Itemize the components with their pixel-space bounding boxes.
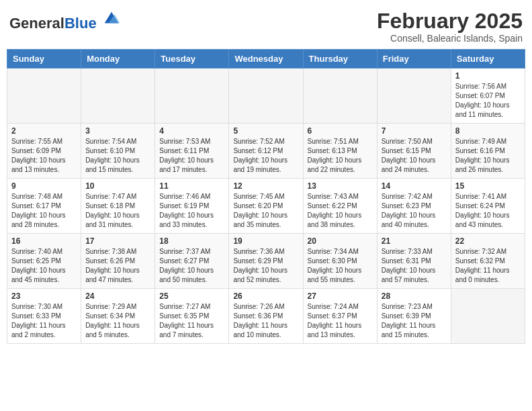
day-number: 4	[159, 126, 224, 136]
day-info: Sunrise: 7:43 AM Sunset: 6:22 PM Dayligh…	[308, 192, 373, 230]
day-info: Sunrise: 7:38 AM Sunset: 6:26 PM Dayligh…	[85, 247, 150, 285]
day-number: 26	[233, 291, 298, 301]
logo: GeneralBlue	[9, 9, 121, 32]
day-number: 28	[382, 291, 447, 301]
day-number: 25	[159, 291, 224, 301]
calendar-cell	[155, 68, 229, 124]
day-header-friday: Friday	[377, 50, 451, 68]
calendar-cell	[377, 68, 451, 124]
day-header-tuesday: Tuesday	[155, 50, 229, 68]
day-info: Sunrise: 7:47 AM Sunset: 6:18 PM Dayligh…	[85, 192, 150, 230]
day-info: Sunrise: 7:27 AM Sunset: 6:35 PM Dayligh…	[159, 302, 224, 340]
calendar-cell: 24Sunrise: 7:29 AM Sunset: 6:34 PM Dayli…	[81, 289, 155, 344]
day-info: Sunrise: 7:37 AM Sunset: 6:27 PM Dayligh…	[159, 247, 224, 285]
calendar-cell: 18Sunrise: 7:37 AM Sunset: 6:27 PM Dayli…	[155, 234, 229, 289]
day-number: 17	[85, 236, 150, 246]
day-number: 18	[159, 236, 224, 246]
calendar-cell	[303, 68, 377, 124]
day-number: 14	[382, 181, 447, 191]
day-info: Sunrise: 7:33 AM Sunset: 6:31 PM Dayligh…	[382, 247, 447, 285]
day-number: 5	[233, 126, 298, 136]
calendar-cell: 9Sunrise: 7:48 AM Sunset: 6:17 PM Daylig…	[7, 179, 81, 234]
week-row-4: 16Sunrise: 7:40 AM Sunset: 6:25 PM Dayli…	[7, 234, 525, 289]
day-info: Sunrise: 7:24 AM Sunset: 6:37 PM Dayligh…	[308, 302, 373, 340]
day-number: 13	[308, 181, 373, 191]
logo-general-text: General	[9, 15, 64, 32]
calendar-cell: 8Sunrise: 7:49 AM Sunset: 6:16 PM Daylig…	[451, 124, 525, 179]
calendar-cell: 17Sunrise: 7:38 AM Sunset: 6:26 PM Dayli…	[81, 234, 155, 289]
logo-icon	[102, 9, 121, 28]
calendar-cell	[229, 68, 303, 124]
calendar-cell: 11Sunrise: 7:46 AM Sunset: 6:19 PM Dayli…	[155, 179, 229, 234]
day-number: 1	[455, 71, 521, 81]
day-info: Sunrise: 7:41 AM Sunset: 6:24 PM Dayligh…	[455, 192, 521, 230]
day-header-thursday: Thursday	[303, 50, 377, 68]
calendar-header-row: SundayMondayTuesdayWednesdayThursdayFrid…	[7, 50, 525, 68]
day-number: 9	[11, 181, 77, 191]
calendar-cell: 4Sunrise: 7:53 AM Sunset: 6:11 PM Daylig…	[155, 124, 229, 179]
day-info: Sunrise: 7:34 AM Sunset: 6:30 PM Dayligh…	[308, 247, 373, 285]
calendar-cell: 28Sunrise: 7:23 AM Sunset: 6:39 PM Dayli…	[377, 289, 451, 344]
day-number: 12	[233, 181, 298, 191]
day-number: 22	[455, 236, 521, 246]
day-info: Sunrise: 7:46 AM Sunset: 6:19 PM Dayligh…	[159, 192, 224, 230]
day-info: Sunrise: 7:45 AM Sunset: 6:20 PM Dayligh…	[233, 192, 298, 230]
day-header-wednesday: Wednesday	[229, 50, 303, 68]
day-number: 20	[308, 236, 373, 246]
calendar-cell: 10Sunrise: 7:47 AM Sunset: 6:18 PM Dayli…	[81, 179, 155, 234]
calendar-cell: 23Sunrise: 7:30 AM Sunset: 6:33 PM Dayli…	[7, 289, 81, 344]
calendar-cell: 14Sunrise: 7:42 AM Sunset: 6:23 PM Dayli…	[377, 179, 451, 234]
day-info: Sunrise: 7:53 AM Sunset: 6:11 PM Dayligh…	[159, 137, 224, 175]
day-number: 23	[11, 291, 77, 301]
day-number: 16	[11, 236, 77, 246]
day-number: 21	[382, 236, 447, 246]
calendar-cell: 21Sunrise: 7:33 AM Sunset: 6:31 PM Dayli…	[377, 234, 451, 289]
calendar-cell: 27Sunrise: 7:24 AM Sunset: 6:37 PM Dayli…	[303, 289, 377, 344]
calendar-cell: 12Sunrise: 7:45 AM Sunset: 6:20 PM Dayli…	[229, 179, 303, 234]
day-info: Sunrise: 7:50 AM Sunset: 6:15 PM Dayligh…	[382, 137, 447, 175]
day-info: Sunrise: 7:36 AM Sunset: 6:29 PM Dayligh…	[233, 247, 298, 285]
day-info: Sunrise: 7:40 AM Sunset: 6:25 PM Dayligh…	[11, 247, 77, 285]
day-info: Sunrise: 7:51 AM Sunset: 6:13 PM Dayligh…	[308, 137, 373, 175]
day-info: Sunrise: 7:26 AM Sunset: 6:36 PM Dayligh…	[233, 302, 298, 340]
week-row-5: 23Sunrise: 7:30 AM Sunset: 6:33 PM Dayli…	[7, 289, 525, 344]
day-number: 7	[382, 126, 447, 136]
day-number: 8	[455, 126, 521, 136]
calendar-cell	[81, 68, 155, 124]
calendar-cell: 16Sunrise: 7:40 AM Sunset: 6:25 PM Dayli…	[7, 234, 81, 289]
day-info: Sunrise: 7:42 AM Sunset: 6:23 PM Dayligh…	[382, 192, 447, 230]
calendar-cell: 2Sunrise: 7:55 AM Sunset: 6:09 PM Daylig…	[7, 124, 81, 179]
calendar-cell: 6Sunrise: 7:51 AM Sunset: 6:13 PM Daylig…	[303, 124, 377, 179]
location: Consell, Balearic Islands, Spain	[377, 33, 523, 44]
day-number: 11	[159, 181, 224, 191]
day-info: Sunrise: 7:32 AM Sunset: 6:32 PM Dayligh…	[455, 247, 521, 285]
day-info: Sunrise: 7:49 AM Sunset: 6:16 PM Dayligh…	[455, 137, 521, 175]
day-header-monday: Monday	[81, 50, 155, 68]
day-number: 15	[455, 181, 521, 191]
calendar-table: SundayMondayTuesdayWednesdayThursdayFrid…	[7, 49, 525, 344]
calendar-cell: 1Sunrise: 7:56 AM Sunset: 6:07 PM Daylig…	[451, 68, 525, 124]
calendar-cell	[451, 289, 525, 344]
calendar-cell: 3Sunrise: 7:54 AM Sunset: 6:10 PM Daylig…	[81, 124, 155, 179]
day-info: Sunrise: 7:48 AM Sunset: 6:17 PM Dayligh…	[11, 192, 77, 230]
page-header: GeneralBlue February 2025 Consell, Balea…	[7, 7, 525, 44]
day-info: Sunrise: 7:23 AM Sunset: 6:39 PM Dayligh…	[382, 302, 447, 340]
calendar-cell: 25Sunrise: 7:27 AM Sunset: 6:35 PM Dayli…	[155, 289, 229, 344]
calendar-cell	[7, 68, 81, 124]
day-info: Sunrise: 7:56 AM Sunset: 6:07 PM Dayligh…	[455, 82, 521, 120]
day-info: Sunrise: 7:55 AM Sunset: 6:09 PM Dayligh…	[11, 137, 77, 175]
day-info: Sunrise: 7:52 AM Sunset: 6:12 PM Dayligh…	[233, 137, 298, 175]
day-number: 10	[85, 181, 150, 191]
calendar-cell: 22Sunrise: 7:32 AM Sunset: 6:32 PM Dayli…	[451, 234, 525, 289]
week-row-1: 1Sunrise: 7:56 AM Sunset: 6:07 PM Daylig…	[7, 68, 525, 124]
day-info: Sunrise: 7:30 AM Sunset: 6:33 PM Dayligh…	[11, 302, 77, 340]
week-row-2: 2Sunrise: 7:55 AM Sunset: 6:09 PM Daylig…	[7, 124, 525, 179]
week-row-3: 9Sunrise: 7:48 AM Sunset: 6:17 PM Daylig…	[7, 179, 525, 234]
calendar-cell: 5Sunrise: 7:52 AM Sunset: 6:12 PM Daylig…	[229, 124, 303, 179]
calendar-cell: 13Sunrise: 7:43 AM Sunset: 6:22 PM Dayli…	[303, 179, 377, 234]
day-number: 3	[85, 126, 150, 136]
day-header-saturday: Saturday	[451, 50, 525, 68]
day-number: 24	[85, 291, 150, 301]
day-header-sunday: Sunday	[7, 50, 81, 68]
day-info: Sunrise: 7:54 AM Sunset: 6:10 PM Dayligh…	[85, 137, 150, 175]
